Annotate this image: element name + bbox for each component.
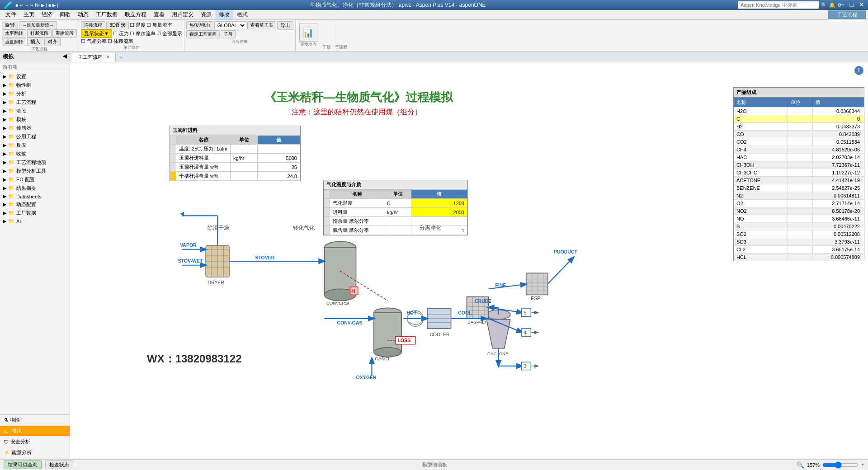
svg-text:5: 5	[524, 310, 527, 315]
menu-file[interactable]: 文件	[2, 10, 20, 19]
svg-text:LOSS: LOSS	[397, 338, 410, 343]
tab-add-btn[interactable]: +	[116, 52, 127, 62]
export-btn[interactable]: 导出	[277, 21, 293, 30]
canvas[interactable]: i 《玉米秸秆—生物质气化》过程模拟 注意：这里的秸秆仍然在使用煤（组分） WX…	[70, 62, 868, 458]
ai-icon: 📁	[8, 218, 14, 224]
product-panel: 产品组成 名称 单位 值 H2O 0.0366344 C 0	[733, 87, 864, 261]
menu-batch[interactable]: 间歇	[56, 10, 74, 19]
sidebar-item-flowsheet-opts[interactable]: ▶ 📁 工艺流程地项	[0, 158, 70, 167]
menu-format[interactable]: 格式	[233, 10, 251, 19]
res-icon: 📁	[8, 185, 14, 191]
collapse-icon[interactable]: ◀	[63, 53, 67, 61]
prod-col-val-hdr: 值	[813, 98, 863, 107]
rebuild-btn[interactable]: 重建流段	[52, 29, 77, 38]
sidebar-item-eo[interactable]: ▶ 📁 EO 配置	[0, 175, 70, 184]
menu-dynamic[interactable]: 动态	[74, 10, 92, 19]
util-icon: 📁	[8, 134, 14, 140]
menu-view[interactable]: 查看	[150, 10, 168, 19]
sidebar-item-utilities[interactable]: ▶ 📁 公用工程	[0, 132, 70, 141]
toolbar-row3: 垂直翻转 插入 对齐	[2, 38, 77, 46]
checkbox-showall: ☑ 全部显示	[156, 30, 182, 37]
sidebar-item-plant-data[interactable]: ▶ 📁 工厂数据	[0, 209, 70, 217]
align-btn[interactable]: 对齐	[44, 38, 61, 46]
sidebar-item-analysis[interactable]: ▶ 📁 分析	[0, 89, 70, 98]
title-bar-title: 生物质气化、净化（非常规组分法）.apwz - Aspen Plus V14 -…	[58, 1, 738, 9]
sidebar-item-model-analysis[interactable]: ▶ 📁 模型分析工具	[0, 167, 70, 175]
checkbox-temp: ☐ 温度	[130, 22, 146, 28]
product-table-header: 名称 单位 值	[734, 98, 864, 107]
connect-flow-btn[interactable]: 连接流程	[81, 21, 105, 29]
list-item: N2 0.00614811	[734, 192, 864, 199]
sidebar-item-settings[interactable]: ▶ 📁 设置	[0, 72, 70, 81]
hflip-btn[interactable]: 水平翻转	[2, 29, 26, 38]
tab-close-icon[interactable]: ✕	[106, 54, 110, 60]
conversi-label: CONVERSI	[326, 301, 349, 306]
checkbox-vapor: ☐ 气相分率	[81, 38, 107, 45]
insert-btn[interactable]: 插入	[27, 38, 43, 46]
title-bar-search[interactable]: 🔍 🔔 ⚙	[738, 1, 842, 9]
menu-equation[interactable]: 联立方程	[121, 10, 150, 19]
menu-modify[interactable]: 修改	[215, 10, 233, 19]
menu-home[interactable]: 主页	[20, 10, 38, 19]
checkbox-pressure: ☐ 压力	[113, 30, 129, 37]
folder-icon: ▶	[3, 218, 6, 224]
zoom-slider[interactable]	[822, 462, 859, 468]
sidebar-tab-safety[interactable]: 🛡 安全分析	[0, 437, 70, 447]
sidebar-item-reactions[interactable]: ▶ 📁 反应	[0, 141, 70, 150]
svg-text:4: 4	[524, 330, 527, 335]
sidebar-tab-energy[interactable]: ⚡ 能量分析	[0, 447, 70, 458]
sidebar-item-sensors[interactable]: ▶ 📁 传感器	[0, 124, 70, 132]
sidebar-item-dynamic[interactable]: ▶ 📁 动态配置	[0, 200, 70, 209]
search-icon[interactable]: 🔍	[821, 2, 827, 8]
sidebar-item-modules[interactable]: ▶ 📁 模块	[0, 115, 70, 124]
sidebar-item-flowsheet[interactable]: ▶ 📁 工艺流程	[0, 98, 70, 107]
sidebar-item-convergence[interactable]: ▶ 📁 收敛	[0, 150, 70, 158]
sidebar-item-ai[interactable]: ▶ 📁 AI	[0, 217, 70, 225]
folder-icon: ▶	[3, 168, 6, 174]
sidebar-tab-simulation[interactable]: 📐 模拟	[0, 426, 70, 437]
list-item: H2O 0.0366344	[734, 107, 864, 115]
toolbar-segment: 工段	[321, 20, 333, 51]
rotate-btn[interactable]: 旋转	[2, 21, 18, 29]
menu-economy[interactable]: 经济	[38, 10, 56, 19]
sidebar-item-results[interactable]: ▶ 📁 结果摘要	[0, 184, 70, 193]
zoom-in-btn[interactable]: +	[861, 462, 864, 468]
product-panel-title: 产品组成	[734, 88, 864, 98]
break-stream-btn[interactable]: 打断流段	[27, 29, 52, 38]
toolbar: 旋转 →添加最新流→ 水平翻转 打断流段 重建流段 垂直翻转 插入 对齐 工艺流…	[0, 20, 868, 52]
list-item: HAC 2.02703e-14	[734, 153, 864, 161]
vflip-btn[interactable]: 垂直翻转	[2, 38, 26, 46]
alert-icon: 🔔	[829, 2, 835, 8]
sidebar-item-properties[interactable]: ▶ 📁 物性组	[0, 81, 70, 89]
sidebar-tab-properties[interactable]: ⚗ 物性	[0, 415, 70, 426]
lock-flow-btn[interactable]: 锁定工艺流程	[186, 30, 220, 38]
folder-icon: ▶	[3, 74, 6, 80]
cool-stream-label: COOL	[458, 310, 472, 315]
sidebar-item-streams[interactable]: ▶ 📁 流段	[0, 107, 70, 115]
menu-plantdata[interactable]: 工厂数据	[92, 10, 121, 19]
menu-userdef[interactable]: 用户定义	[168, 10, 197, 19]
close-btn[interactable]: ✕	[857, 1, 866, 8]
minimize-btn[interactable]: ─	[838, 1, 846, 8]
add-stream-btn[interactable]: →添加最新流→	[19, 21, 57, 29]
global-select[interactable]: GLOBAL	[214, 21, 246, 29]
checkbox-massflow: ☐ 质量流率	[146, 22, 172, 28]
list-item: CO2 0.0511534	[734, 138, 864, 146]
show-status-btn[interactable]: 显示状态▼	[81, 29, 112, 38]
knowledge-search[interactable]	[738, 1, 819, 9]
menu-resource[interactable]: 资源	[197, 10, 215, 19]
dyn-icon: 📁	[8, 202, 14, 207]
list-item: O2 2.71714e-14	[734, 199, 864, 207]
view-grass-btn[interactable]: 查看草子表	[247, 21, 276, 29]
3d-btn[interactable]: 3D图形	[106, 21, 129, 29]
tab-main-flowsheet[interactable]: 主工艺流程 ✕	[72, 52, 116, 62]
results-available-btn[interactable]: 结果可供查询	[4, 461, 42, 469]
heat-btn[interactable]: 热/功/电力	[186, 21, 213, 29]
info-icon[interactable]: i	[854, 66, 863, 75]
subnum-btn[interactable]: 子号	[221, 30, 236, 38]
list-item: CH4 4.81529e-06	[734, 146, 864, 153]
maximize-btn[interactable]: □	[848, 1, 855, 8]
sidebar-item-datasheets[interactable]: ▶ 📁 Datasheets	[0, 193, 70, 200]
check-status-btn[interactable]: 检查状态	[45, 461, 73, 469]
zoom-out-btn[interactable]: 🔍	[797, 461, 804, 469]
